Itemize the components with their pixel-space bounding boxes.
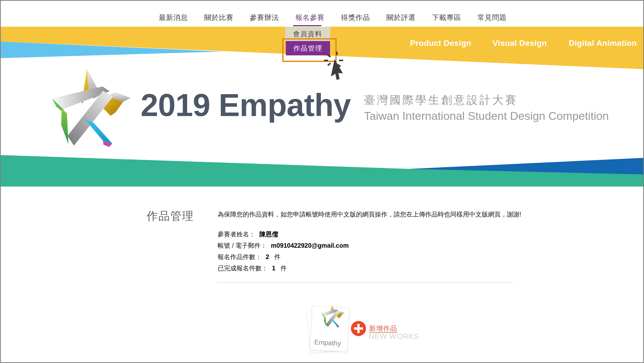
active-nav-underline — [293, 25, 321, 26]
info-unit: 件 — [280, 265, 287, 272]
main-nav: 最新消息 關於比賽 參賽辦法 報名參賽 得獎作品 關於評選 下載專區 常見問題 — [159, 13, 507, 22]
star-logo — [48, 68, 135, 147]
nav-item-judging[interactable]: 關於評選 — [386, 13, 416, 22]
page: 最新消息 關於比賽 參賽辦法 報名參賽 得獎作品 關於評選 下載專區 常見問題 … — [0, 0, 644, 363]
info-value: 2 — [266, 253, 269, 260]
nav-item-rules[interactable]: 參賽辦法 — [250, 13, 279, 22]
divider — [218, 282, 513, 283]
info-row-email: 帳號 / 電子郵件：m0910422920@gmail.com — [218, 240, 349, 251]
info-row-name: 參賽者姓名：陳恩儒 — [218, 229, 349, 240]
hero-subtitle-en: Taiwan International Student Design Comp… — [364, 109, 609, 123]
add-work-caption: NEW WORKS — [369, 332, 419, 341]
work-card[interactable]: Empathy — [308, 305, 355, 356]
info-label: 帳號 / 電子郵件： — [218, 242, 267, 249]
hero-subtitle-zh: 臺灣國際學生創意設計大賽 — [364, 93, 609, 107]
add-work-button[interactable] — [351, 321, 366, 336]
hero-subtitle: 臺灣國際學生創意設計大賽 Taiwan International Studen… — [364, 93, 609, 123]
nav-item-faq[interactable]: 常見問題 — [477, 13, 507, 22]
page-title: 作品管理 — [147, 209, 194, 224]
category-product-design[interactable]: Product Design — [410, 39, 471, 48]
category-visual-design[interactable]: Visual Design — [493, 39, 547, 48]
participant-info: 參賽者姓名：陳恩儒 帳號 / 電子郵件：m0910422920@gmail.co… — [218, 229, 349, 274]
category-digital-animation[interactable]: Digital Animation — [569, 39, 637, 48]
nav-item-awarded-works[interactable]: 得獎作品 — [341, 13, 370, 22]
cursor-click-icon — [323, 49, 353, 86]
plus-icon — [351, 321, 366, 336]
menu-item-member-info[interactable]: 會員資料 — [293, 29, 322, 39]
info-label: 參賽者姓名： — [218, 231, 255, 238]
notice-text: 為保障您的作品資料，如您申請帳號時使用中文版的網頁操作，請您在上傳作品時也同樣用… — [218, 210, 521, 219]
hero-title: 2019 Empathy — [141, 89, 351, 121]
star-logo-small — [320, 304, 346, 328]
nav-item-downloads[interactable]: 下載專區 — [432, 13, 461, 22]
info-label: 已完成報名件數： — [218, 265, 268, 272]
info-row-completed-count: 已完成報名件數：1件 — [218, 263, 349, 274]
add-work-link[interactable]: 新增作品 — [369, 324, 397, 333]
nav-item-about[interactable]: 關於比賽 — [204, 13, 233, 22]
nav-item-news[interactable]: 最新消息 — [159, 13, 188, 22]
info-label: 報名作品件數： — [218, 253, 262, 260]
info-unit: 件 — [274, 253, 280, 260]
nav-item-register[interactable]: 報名參賽 — [295, 13, 325, 22]
work-card-label: Empathy — [314, 338, 341, 348]
info-value: 陳恩儒 — [259, 231, 278, 238]
info-value: 1 — [272, 265, 275, 272]
info-row-registered-count: 報名作品件數：2件 — [218, 251, 349, 263]
info-value: m0910422920@gmail.com — [271, 242, 349, 249]
